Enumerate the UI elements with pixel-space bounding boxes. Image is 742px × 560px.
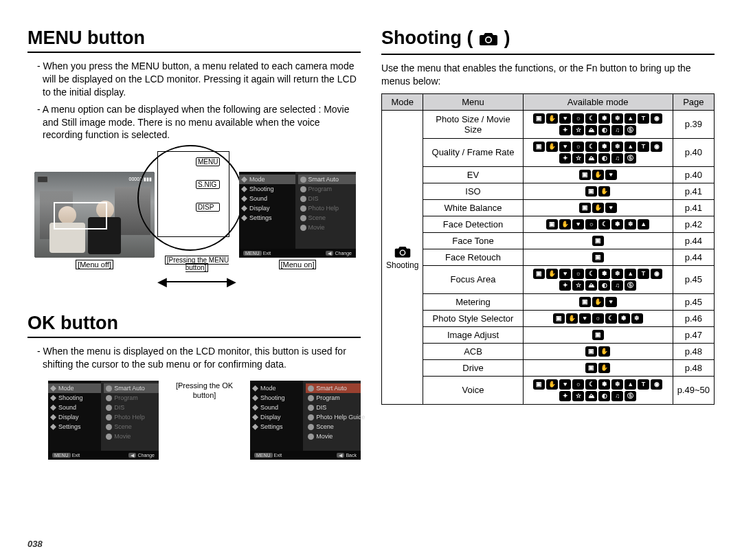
section-title-shooting: Shooting ( ): [381, 27, 715, 55]
menu-cell: Face Tone: [423, 232, 523, 249]
mode-icon: ⛰: [585, 153, 597, 164]
page-cell: p.47: [673, 326, 714, 343]
mode-icon: ☼: [592, 313, 604, 324]
mode-icon: ☾: [598, 219, 610, 229]
mode-icon: ✋: [546, 269, 558, 279]
mode-icon: ✋: [566, 313, 578, 324]
section-title-menu: MENU button: [27, 27, 361, 53]
right-column: Shooting ( ) Use the menu that enables t…: [381, 27, 715, 460]
available-mode-cell: ▣✋: [523, 343, 673, 359]
fig-menu-off: 00001 ▮▮▮ [Menu off]: [34, 172, 155, 269]
menu-cell: White Balance: [423, 199, 523, 216]
menu-cell: EV: [423, 166, 523, 183]
mode-icon: ♥: [559, 269, 571, 279]
section-title-ok: OK button: [27, 313, 361, 338]
page-cell: p.39: [673, 110, 714, 138]
mode-icon: ❄: [611, 269, 623, 279]
mode-icon: ▣: [546, 219, 558, 229]
mode-icon: Ⓢ: [625, 125, 636, 135]
menu-cell: Voice: [423, 376, 523, 404]
camera-icon: [386, 245, 418, 260]
mode-icon: ☾: [605, 313, 617, 324]
mode-icon: ◐: [598, 125, 610, 135]
svg-point-3: [401, 251, 405, 255]
page-cell: p.40: [673, 166, 714, 183]
mode-icon: ◉: [651, 269, 662, 279]
mode-icon: ▣: [579, 203, 591, 213]
mode-icon: ⛰: [585, 125, 597, 135]
mode-icon: ☼: [572, 142, 584, 152]
mode-icon: ◉: [651, 379, 662, 390]
menu-cell: Drive: [423, 359, 523, 376]
menu-cell: Metering: [423, 293, 523, 310]
menu-button-figures: 00001 ▮▮▮ [Menu off] MENU S.NIG DISP [Pr…: [34, 151, 361, 289]
page-cell: p.41: [673, 183, 714, 199]
mode-icon: ♫: [611, 125, 623, 135]
page-cell: p.48: [673, 343, 714, 359]
page-number: 038: [27, 539, 43, 549]
available-mode-cell: ▣✋♥☼☾✽❄▲T◉✦☆⛰◐♫Ⓢ: [523, 376, 673, 404]
mode-icon: ✽: [598, 379, 610, 390]
mode-icon: ✋: [598, 346, 610, 357]
mode-icon: ✋: [559, 219, 571, 229]
available-mode-cell: ▣✋♥☼☾✽❄▲T◉✦☆⛰◐♫Ⓢ: [523, 265, 673, 293]
mode-icon: ▣: [553, 313, 565, 324]
available-mode-cell: ▣✋: [523, 183, 673, 199]
mode-icon: ✽: [598, 142, 610, 152]
table-row: ShootingPhoto Size / Movie Size▣✋♥☼☾✽❄▲T…: [382, 110, 715, 138]
ok-button-figures: ModeShootingSoundDisplaySettingsSmart Au…: [48, 381, 361, 460]
ok-caption: [Pressing the OK button]: [164, 381, 245, 401]
mode-icon: Ⓢ: [625, 280, 636, 291]
menu-para-2: - A menu option can be displayed when th…: [37, 103, 361, 142]
available-mode-cell: ▣: [523, 249, 673, 265]
page-cell: p.46: [673, 310, 714, 326]
mode-icon: ✋: [546, 142, 558, 152]
mode-icon: ❄: [611, 379, 623, 390]
fig-dial: MENU S.NIG DISP [Pressing the MENU butto…: [157, 151, 236, 289]
ok-para-1: - When the menu is displayed on the LCD …: [37, 345, 361, 371]
menu-cell: Face Detection: [423, 216, 523, 232]
mode-icon: ☼: [572, 113, 584, 124]
mode-icon: Ⓢ: [625, 391, 636, 401]
mode-icon: ▣: [579, 297, 591, 307]
mode-icon: ✦: [559, 125, 571, 135]
available-mode-cell: ▣✋♥☼☾✽❄▲T◉✦☆⛰◐♫Ⓢ: [523, 138, 673, 166]
mode-icon: ☾: [585, 379, 597, 390]
mode-icon: T: [638, 269, 649, 279]
menu-cell: ACB: [423, 343, 523, 359]
mode-icon: ▣: [533, 269, 545, 279]
available-mode-cell: ▣: [523, 326, 673, 343]
mode-icon: ❄: [625, 219, 636, 229]
mode-icon: ☆: [572, 391, 584, 401]
mode-icon: ♫: [611, 153, 623, 164]
available-mode-cell: ▣✋♥☼☾✽❄▲T◉✦☆⛰◐♫Ⓢ: [523, 110, 673, 138]
page-cell: p.41: [673, 199, 714, 216]
mode-icon: ☾: [585, 142, 597, 152]
mode-icon: ♥: [605, 297, 617, 307]
mode-icon: ✽: [611, 219, 623, 229]
mode-icon: ♥: [559, 113, 571, 124]
mode-icon: ▲: [625, 142, 636, 152]
mode-cell: Shooting: [382, 110, 423, 404]
mode-icon: ♥: [572, 219, 584, 229]
mode-icon: ▣: [592, 236, 604, 246]
mode-icon: ▲: [638, 219, 649, 229]
mode-icon: ♥: [605, 203, 617, 213]
svg-point-1: [486, 38, 491, 43]
mode-icon: ♥: [605, 170, 617, 180]
table-row: Face Tone▣p.44: [382, 232, 715, 249]
camera-icon: [478, 30, 499, 51]
mode-icon: ▣: [592, 252, 604, 262]
shooting-intro: Use the menu that enables the functions,…: [381, 62, 715, 88]
mode-icon: ▲: [625, 113, 636, 124]
available-mode-cell: ▣✋♥: [523, 293, 673, 310]
fig-menu-on: ModeShootingSoundDisplaySettingsSmart Au…: [239, 172, 356, 269]
menu-cell: Face Retouch: [423, 249, 523, 265]
mode-icon: T: [638, 379, 649, 390]
mode-icon: ▣: [533, 142, 545, 152]
mode-icon: ☆: [572, 153, 584, 164]
mode-icon: ◐: [598, 391, 610, 401]
th-menu: Menu: [423, 93, 523, 110]
mode-icon: ☼: [572, 379, 584, 390]
available-mode-cell: ▣: [523, 232, 673, 249]
